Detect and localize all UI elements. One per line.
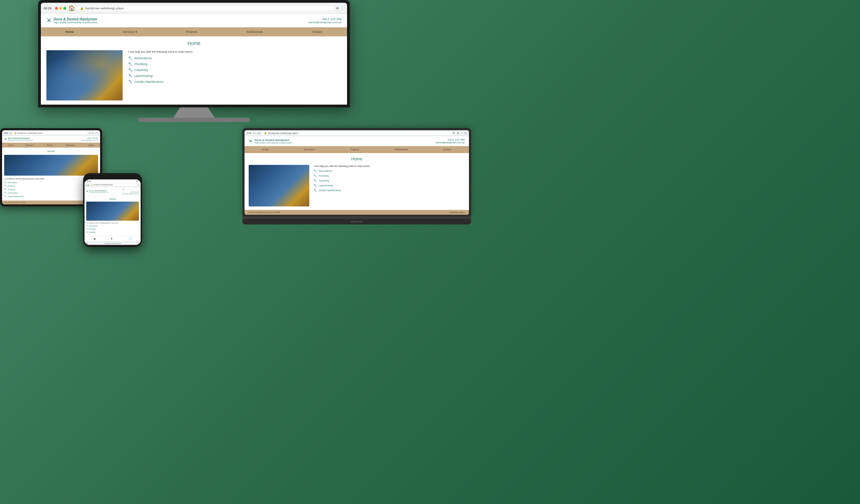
browser-time: 08:29 xyxy=(44,7,52,10)
site-logo: ✕ Done & Dusted Handymen High-quality wo… xyxy=(46,17,97,24)
hero-section: I can help you with the following (click… xyxy=(46,50,342,100)
laptop-browser-bar: ◀ ▶ 📖 AA 🔒 handyman.webdesign.place ↻ ⬆ … xyxy=(245,130,469,136)
refresh-icon[interactable]: ⊕ xyxy=(336,6,339,10)
close-button[interactable] xyxy=(55,7,58,10)
laptop-nav-home[interactable]: Home xyxy=(262,148,269,151)
phone-time: 08:28 xyxy=(87,180,91,182)
service-item-garden[interactable]: 🔧 Garden Maintenance xyxy=(128,80,342,83)
laptop-nav: Home Services ▾ Projects Testimonials Co… xyxy=(245,146,469,153)
laptop-forward-btn[interactable]: ▶ xyxy=(250,132,251,134)
phone-back-nav-icon[interactable]: ◀ xyxy=(93,237,95,240)
service-name: Renovations xyxy=(8,182,17,184)
tablet-bookmark-icon[interactable]: 📖 xyxy=(9,132,12,134)
tablet-forward-btn[interactable]: ▶ xyxy=(7,132,8,134)
tablet-logo: ✕ Done & Dusted Handymen High-quality wo… xyxy=(4,137,33,141)
laptop-address-bar[interactable]: 🔒 handyman.webdesign.place xyxy=(262,131,451,135)
maximize-button[interactable] xyxy=(63,7,66,10)
service-name: Plumbing xyxy=(319,175,329,177)
nav-projects[interactable]: Projects xyxy=(186,30,197,34)
service-item-carpentry[interactable]: 🔧 Carpentry xyxy=(128,68,342,72)
phone-back-btn[interactable]: ◀ xyxy=(86,184,87,186)
laptop-add-tab-icon[interactable]: + xyxy=(461,132,463,135)
hero-image xyxy=(46,50,123,100)
service-name: Garden Maintenance xyxy=(8,195,24,197)
tablet-hero-image xyxy=(4,155,98,176)
phone-bookmark-icon[interactable]: 📄 xyxy=(128,237,132,240)
laptop-back-btn[interactable]: ◀ xyxy=(247,132,248,134)
service-item-lawnmowing[interactable]: 🔧 Lawnmowing xyxy=(128,74,342,78)
nav-services[interactable]: Services ▾ xyxy=(123,30,137,34)
phone-refresh-icon[interactable]: ↻ xyxy=(138,184,139,186)
phone-address-bar[interactable]: 🔒 handyman.webdesign.place xyxy=(90,184,137,186)
address-bar[interactable]: 🔒 handyman.webdesign.place xyxy=(77,6,334,11)
minimize-button[interactable] xyxy=(59,7,62,10)
tablet-nav-projects[interactable]: Projects xyxy=(47,144,53,146)
phone-bottom-refresh[interactable]: ↻ xyxy=(138,242,139,244)
wrench-icon: 🔧 xyxy=(313,179,317,182)
service-item-renovations[interactable]: 🔧 Renovations xyxy=(128,56,342,60)
laptop-main: Home I can help you with the following (… xyxy=(245,153,469,210)
phone-intro: I can help you with the following (click… xyxy=(86,222,139,224)
laptop-service-plumbing[interactable]: 🔧 Plumbing xyxy=(313,174,465,177)
tablet-refresh-icon[interactable]: ↻ xyxy=(89,132,90,134)
laptop-browser-icons: ↻ ⬆ + ⊡ xyxy=(453,132,467,135)
laptop-nav-testimonials[interactable]: Testimonials xyxy=(394,148,408,151)
logo-icon: ✕ xyxy=(46,17,52,24)
tablet-add-tab-icon[interactable]: + xyxy=(94,132,96,134)
wrench-icon: 🔧 xyxy=(128,56,132,60)
contact-email: admin@handyman.com.au xyxy=(308,21,342,24)
laptop-lid: ◀ ▶ 📖 AA 🔒 handyman.webdesign.place ↻ ⬆ … xyxy=(242,128,471,216)
nav-testimonials[interactable]: Testimonials xyxy=(246,30,263,34)
laptop-nav-projects[interactable]: Projects xyxy=(351,148,359,151)
tablet-nav-services[interactable]: Services ▾ xyxy=(26,144,34,146)
phone-bottom-nav: ◀ ⬆ 📄 xyxy=(85,236,141,241)
service-item-plumbing[interactable]: 🔧 Plumbing xyxy=(128,62,342,66)
monitor-screen: 08:29 🏠 🔒 handyman.webdesign.place ⊕ ⋮ xyxy=(38,0,350,107)
phone-logo-icon: ✕ xyxy=(86,190,89,193)
laptop-service-garden[interactable]: 🔧 Garden Maintenance xyxy=(313,189,465,192)
tablet-nav-contact[interactable]: Contact xyxy=(88,144,94,146)
phone-service-carpentry[interactable]: 🔧 Carpentry xyxy=(86,231,139,233)
laptop-share-icon[interactable]: ⬆ xyxy=(457,132,459,135)
nav-contact[interactable]: Contact xyxy=(312,30,323,34)
tablet-share-icon[interactable]: ⬆ xyxy=(91,132,93,134)
tablet-nav-testimonials[interactable]: Testimonials xyxy=(65,144,75,146)
laptop-tabs-icon[interactable]: ⊡ xyxy=(464,132,467,135)
phone-bottom-url[interactable]: handyman.webdesign.place xyxy=(104,242,122,244)
mobile-phone: 08:28 5G ◀ ▶ 🔒 handyman.webdesign.place … xyxy=(83,173,142,247)
hamburger-menu-icon[interactable]: ☰ xyxy=(122,188,139,191)
laptop-bookmark-icon[interactable]: 📖 xyxy=(253,132,256,134)
tablet-back-btn[interactable]: ◀ xyxy=(4,132,6,134)
logo-tagline: High-quality workmanship at great prices xyxy=(54,21,97,24)
tablet-tab-icon[interactable]: ⊡ xyxy=(97,132,98,134)
wrench-icon: 🔧 xyxy=(313,184,317,187)
laptop-service-lawnmowing[interactable]: 🔧 Lawnmowing xyxy=(313,184,465,187)
laptop-service-renovations[interactable]: 🔧 Renovations xyxy=(313,169,465,173)
home-icon[interactable]: 🏠 xyxy=(68,5,75,11)
phone-main: Home I can help you with the following (… xyxy=(85,196,141,236)
phone-service-renovations[interactable]: 🔧 Renovations xyxy=(86,225,139,227)
tablet-footer-left: Done & Dusted Handymen ©2024 xyxy=(4,202,25,203)
service-name: Carpentry xyxy=(319,179,329,182)
phone-share-icon[interactable]: ⬆ xyxy=(110,237,113,240)
tablet-nav-home[interactable]: Home xyxy=(8,144,13,146)
more-icon[interactable]: ⋮ xyxy=(341,6,344,10)
laptop-nav-contact[interactable]: Contact xyxy=(443,148,451,151)
wrench-icon: 🔧 xyxy=(128,68,132,72)
service-name: Carpentry xyxy=(134,68,148,72)
wrench-icon: 🔧 xyxy=(86,225,88,227)
laptop-logo-tagline: High-quality workmanship at great prices xyxy=(255,142,292,144)
tablet-contact: 0411 123 456 admin@handyman.com.au xyxy=(81,137,98,141)
laptop-service-carpentry[interactable]: 🔧 Carpentry xyxy=(313,179,465,182)
laptop-refresh-icon[interactable]: ↻ xyxy=(453,132,455,135)
phone-forward-btn[interactable]: ▶ xyxy=(88,184,89,186)
phone-service-plumbing[interactable]: 🔧 Plumbing xyxy=(86,228,139,230)
laptop-logo: ✕ Done & Dusted Handymen High-quality wo… xyxy=(249,138,292,144)
phone-bottom-aa[interactable]: AA xyxy=(86,242,88,244)
laptop-contact: 0411 123 456 admin@handyman.com.au xyxy=(436,138,465,144)
nav-home[interactable]: Home xyxy=(65,30,74,34)
tablet-address-bar[interactable]: 🔒 handyman.webdesign.place xyxy=(13,131,88,134)
laptop-email: admin@handyman.com.au xyxy=(436,141,465,144)
laptop-nav-services[interactable]: Services ▾ xyxy=(304,148,315,151)
laptop-aa-btn[interactable]: AA xyxy=(257,132,260,134)
